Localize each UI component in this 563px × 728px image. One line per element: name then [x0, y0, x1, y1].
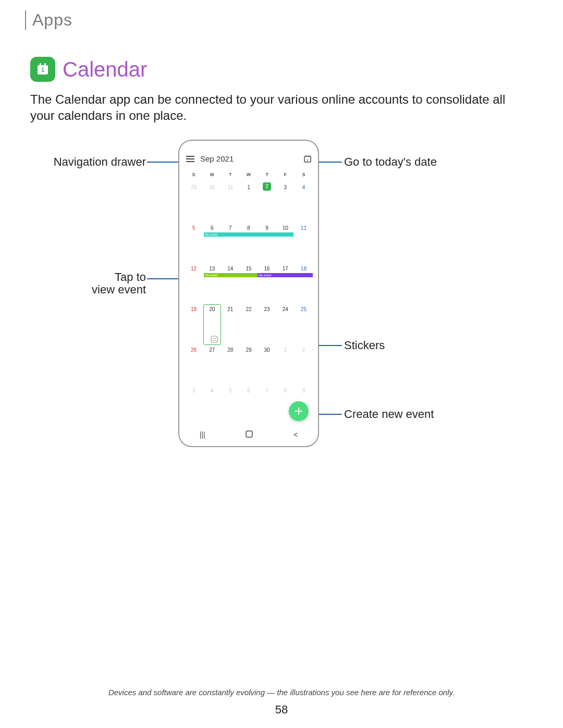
calendar-week-row: 12131415161718My eventMy event — [185, 264, 313, 304]
dow-header: T — [221, 172, 239, 182]
calendar-week-row: 19202122232425 — [185, 304, 313, 345]
calendar-day-cell[interactable]: 18 — [295, 264, 313, 304]
calendar-day-cell[interactable]: 29 — [239, 345, 258, 386]
calendar-day-cell[interactable]: 17 — [276, 264, 295, 304]
callout-tap-view: Tap to view event — [0, 271, 146, 296]
calendar-day-cell[interactable]: 6 — [239, 386, 258, 426]
callout-nav-drawer: Navigation drawer — [0, 155, 146, 169]
calendar-day-cell[interactable]: 2 — [295, 345, 313, 386]
calendar-day-cell[interactable]: 28 — [221, 345, 239, 386]
calendar-day-cell[interactable]: 9 — [258, 223, 276, 264]
phone-navbar: ||| < — [179, 427, 318, 442]
calendar-day-cell[interactable]: 30 — [258, 345, 276, 386]
calendar-day-cell[interactable]: 13 — [203, 264, 221, 304]
calendar-day-cell[interactable]: 4 — [203, 386, 221, 426]
dow-header: T — [258, 172, 276, 182]
svg-rect-11 — [211, 336, 217, 342]
calendar-week-row: 262728293012 — [185, 345, 313, 386]
calendar-day-cell[interactable]: 11 — [295, 223, 313, 264]
calendar-day-cell[interactable]: 25 — [295, 304, 313, 345]
today-icon[interactable]: 2 — [303, 155, 312, 163]
calendar-day-cell[interactable]: 7 — [221, 223, 239, 264]
dow-header: S — [295, 172, 313, 182]
illustration-figure: Navigation drawer Tap to view event Go t… — [0, 140, 563, 463]
calendar-day-cell[interactable]: 5 — [221, 386, 239, 426]
calendar-day-cell[interactable]: 3 — [276, 182, 295, 223]
calendar-day-cell[interactable]: 4 — [295, 182, 313, 223]
back-button[interactable]: < — [293, 430, 298, 439]
calendar-day-cell[interactable]: 21 — [221, 304, 239, 345]
calendar-day-cell[interactable]: 19 — [185, 304, 203, 345]
calendar-day-cell[interactable]: 10 — [276, 223, 295, 264]
callout-go-today: Go to today's date — [344, 155, 437, 169]
page-number: 58 — [0, 703, 563, 717]
footer-note: Devices and software are constantly evol… — [0, 688, 563, 697]
calendar-day-cell[interactable]: 8 — [239, 223, 258, 264]
calendar-week-row: 2930311234 — [185, 182, 313, 223]
calendar-app-icon: 1 — [30, 57, 55, 82]
calendar-day-cell[interactable]: 1 — [239, 182, 258, 223]
create-event-fab[interactable] — [289, 401, 309, 421]
callout-stickers: Stickers — [344, 339, 385, 352]
calendar-day-cell[interactable]: 23 — [258, 304, 276, 345]
calendar-day-cell[interactable]: 14 — [221, 264, 239, 304]
calendar-day-cell[interactable]: 7 — [258, 386, 276, 426]
calendar-day-cell[interactable]: 26 — [185, 345, 203, 386]
svg-rect-8 — [305, 155, 307, 157]
svg-point-13 — [215, 338, 216, 339]
page-header: Apps — [0, 0, 563, 30]
event-bar[interactable]: My event — [258, 273, 313, 277]
event-bar[interactable]: My event — [204, 232, 293, 237]
svg-rect-2 — [44, 63, 46, 66]
calendar-day-cell[interactable]: 16 — [258, 264, 276, 304]
calendar-day-cell[interactable]: 1 — [276, 345, 295, 386]
dow-header: S — [185, 172, 203, 182]
svg-rect-16 — [246, 431, 252, 437]
calendar-week-row: 567891011My event — [185, 223, 313, 264]
calendar-day-cell[interactable]: 6 — [203, 223, 221, 264]
calendar-day-cell[interactable]: 15 — [239, 264, 258, 304]
svg-point-12 — [213, 338, 214, 339]
phone-mockup: Sep 2021 2 SMTWTFS2930311234567891011My … — [178, 140, 319, 447]
calendar-day-cell[interactable]: 5 — [185, 223, 203, 264]
svg-rect-9 — [309, 155, 310, 157]
calendar-day-cell[interactable]: 3 — [185, 386, 203, 426]
calendar-day-cell[interactable]: 30 — [203, 182, 221, 223]
dow-header: W — [239, 172, 258, 182]
app-heading: 1 Calendar — [30, 57, 563, 82]
dow-header: M — [203, 172, 221, 182]
callout-create: Create new event — [344, 408, 434, 421]
plus-icon — [295, 407, 303, 415]
calendar-day-cell[interactable]: 27 — [203, 345, 221, 386]
calendar-day-cell[interactable]: 12 — [185, 264, 203, 304]
month-label[interactable]: Sep 2021 — [200, 154, 303, 163]
calendar-day-cell[interactable]: 2 — [258, 182, 276, 223]
calendar-day-cell[interactable]: 24 — [276, 304, 295, 345]
app-name: Calendar — [63, 58, 147, 81]
calendar-day-cell[interactable]: 22 — [239, 304, 258, 345]
calendar-day-cell[interactable]: 29 — [185, 182, 203, 223]
app-description: The Calendar app can be connected to you… — [30, 91, 533, 124]
hamburger-icon[interactable] — [186, 155, 195, 163]
home-button[interactable] — [246, 430, 253, 439]
svg-text:2: 2 — [307, 158, 309, 162]
sticker-icon[interactable] — [211, 336, 218, 343]
svg-text:1: 1 — [41, 67, 44, 73]
event-bar[interactable]: My event — [204, 273, 258, 277]
recents-button[interactable]: ||| — [200, 430, 205, 439]
svg-rect-1 — [40, 63, 41, 66]
calendar-day-cell[interactable]: 31 — [221, 182, 239, 223]
calendar-grid[interactable]: SMTWTFS2930311234567891011My event121314… — [185, 172, 313, 426]
dow-header: F — [276, 172, 295, 182]
section-title: Apps — [32, 10, 563, 30]
